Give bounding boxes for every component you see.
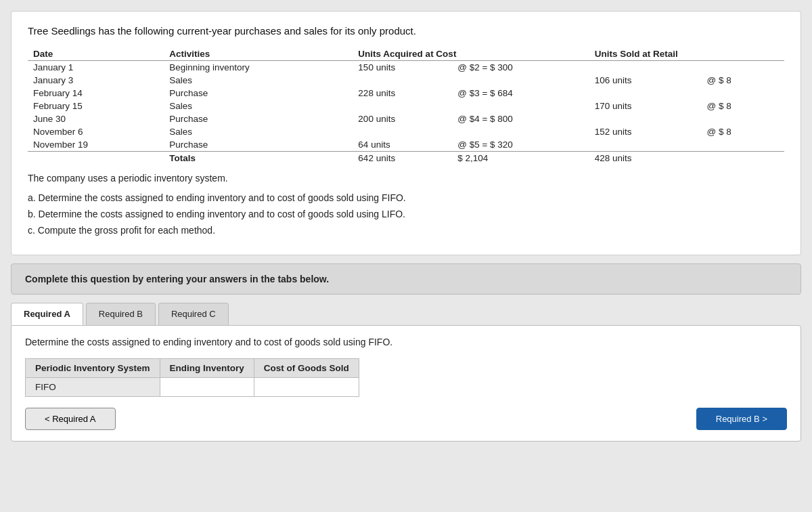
fifo-cogs-input[interactable] xyxy=(264,382,332,392)
table-row: November 19 Purchase 64 units @ $5 = $ 3… xyxy=(28,138,784,152)
col1-header: Periodic Inventory System xyxy=(26,359,160,378)
system-note: The company uses a periodic inventory sy… xyxy=(28,173,784,184)
tab-required-c[interactable]: Required C xyxy=(158,303,229,325)
date-header: Date xyxy=(28,47,164,61)
inventory-table: Date Activities Units Acquired at Cost U… xyxy=(28,47,784,165)
instructions-text: Complete this question by entering your … xyxy=(25,274,329,284)
table-row: January 3 Sales 106 units @ $ 8 xyxy=(28,74,784,87)
question-b: b. Determine the costs assigned to endin… xyxy=(28,207,784,223)
tab-a-description: Determine the costs assigned to ending i… xyxy=(25,337,787,347)
table-row: November 6 Sales 152 units @ $ 8 xyxy=(28,125,784,138)
fifo-row: FIFO xyxy=(26,378,359,397)
instructions-card: Complete this question by entering your … xyxy=(11,263,801,295)
fifo-label: FIFO xyxy=(26,378,160,397)
activities-header: Activities xyxy=(164,47,353,61)
questions-block: a. Determine the costs assigned to endin… xyxy=(28,190,784,238)
next-required-b-button[interactable]: Required B > xyxy=(696,408,787,430)
nav-buttons: < Required A Required B > xyxy=(25,408,787,430)
tabs-row: Required A Required B Required C xyxy=(11,303,801,325)
table-row: February 14 Purchase 228 units @ $3 = $ … xyxy=(28,87,784,100)
table-row: February 15 Sales 170 units @ $ 8 xyxy=(28,100,784,112)
tab-content-required-a: Determine the costs assigned to ending i… xyxy=(11,325,801,442)
question-c: c. Compute the gross profit for each met… xyxy=(28,223,784,239)
units-acquired-header: Units Acquired at Cost xyxy=(353,47,589,61)
table-row: January 1 Beginning inventory 150 units … xyxy=(28,61,784,74)
prev-required-a-button[interactable]: < Required A xyxy=(25,408,116,430)
question-a: a. Determine the costs assigned to endin… xyxy=(28,190,784,207)
tab-required-b[interactable]: Required B xyxy=(86,303,156,325)
units-sold-header: Units Sold at Retail xyxy=(589,47,784,61)
tab-required-a[interactable]: Required A xyxy=(11,303,83,325)
fifo-ending-inventory[interactable] xyxy=(160,378,254,397)
col3-header: Cost of Goods Sold xyxy=(254,359,359,378)
problem-card: Tree Seedlings has the following current… xyxy=(11,11,801,255)
problem-title: Tree Seedlings has the following current… xyxy=(28,25,784,37)
fifo-cost-of-goods-sold[interactable] xyxy=(254,378,359,397)
table-row: June 30 Purchase 200 units @ $4 = $ 800 xyxy=(28,112,784,125)
answer-table: Periodic Inventory System Ending Invento… xyxy=(25,358,359,397)
col2-header: Ending Inventory xyxy=(160,359,254,378)
fifo-ending-inventory-input[interactable] xyxy=(170,382,238,392)
totals-row: Totals 642 units $ 2,104 428 units xyxy=(28,152,784,165)
